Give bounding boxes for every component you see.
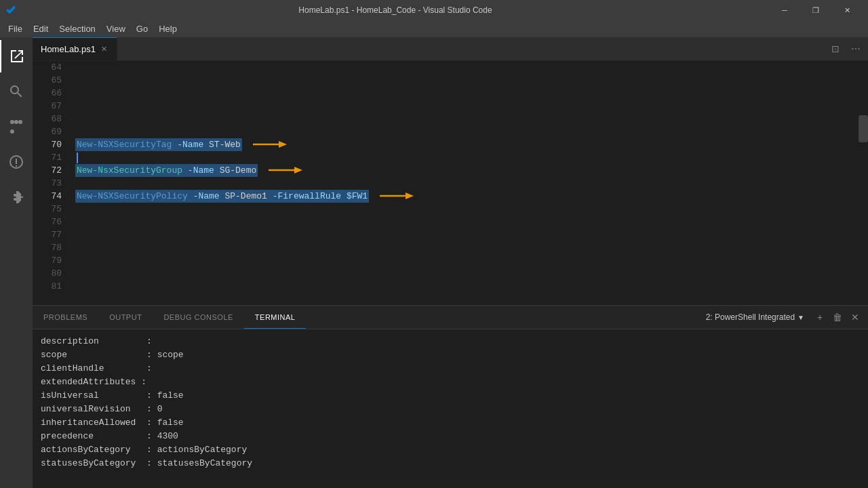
kill-terminal-button[interactable]: 🗑 <box>830 310 845 325</box>
term-line-statusesbycategory: statusesByCategory : statusesByCategory <box>41 457 860 470</box>
menu-go[interactable]: Go <box>131 20 153 37</box>
terminal-name: 2: PowerShell Integrated <box>706 312 795 322</box>
source-control-activity-icon[interactable] <box>0 110 33 143</box>
code-line-73 <box>75 177 859 190</box>
term-line-scope: scope : scope <box>41 348 860 362</box>
code-line-67 <box>75 100 859 113</box>
close-button[interactable]: ✕ <box>831 0 863 20</box>
svg-marker-3 <box>294 167 302 174</box>
code-area: New-NSXSecurityTag -Name ST-Web <box>70 61 859 305</box>
code-line-78 <box>75 241 859 254</box>
tab-close-button[interactable]: ✕ <box>100 43 108 55</box>
term-line-inheritanceallowed: inheritanceAllowed : false <box>41 416 860 430</box>
code-line-77 <box>75 228 859 241</box>
search-activity-icon[interactable] <box>0 75 33 108</box>
terminal-dropdown-icon: ▼ <box>797 314 804 321</box>
code-line-71 <box>75 151 859 164</box>
code-line-69 <box>75 125 859 138</box>
editor-content: 64 65 66 67 68 69 70 71 72 73 74 75 76 7… <box>33 61 868 305</box>
close-panel-button[interactable]: ✕ <box>848 310 863 325</box>
debug-activity-icon[interactable] <box>0 146 33 178</box>
svg-marker-5 <box>406 192 414 199</box>
code-line-81 <box>75 280 859 293</box>
explorer-activity-icon[interactable] <box>0 40 33 73</box>
editor-scrollbar[interactable] <box>859 61 868 305</box>
arrow-70 <box>253 138 287 151</box>
maximize-button[interactable]: ❐ <box>800 0 831 20</box>
term-line-description: description : <box>41 335 860 348</box>
code-line-75 <box>75 203 859 216</box>
code-line-79 <box>75 254 859 267</box>
term-line-universalrevision: universalRevision : 0 <box>41 403 860 416</box>
window-controls: ─ ❐ ✕ <box>769 0 863 20</box>
term-line-actionsbycategory: actionsByCategory : actionsByCategory <box>41 443 860 457</box>
panel-tab-terminal[interactable]: TERMINAL <box>244 306 307 329</box>
activity-bar <box>0 37 33 488</box>
menu-view[interactable]: View <box>101 20 131 37</box>
code-line-74: New-NSXSecurityPolicy -Name SP-Demo1 -Fi… <box>75 190 859 203</box>
split-editor-button[interactable]: ⊡ <box>826 39 845 58</box>
code-line-76 <box>75 216 859 228</box>
new-terminal-button[interactable]: + <box>812 310 827 325</box>
arrow-72 <box>269 164 302 177</box>
code-line-66 <box>75 87 859 100</box>
panel-actions: 2: PowerShell Integrated ▼ + 🗑 ✕ <box>701 306 868 329</box>
code-line-70: New-NSXSecurityTag -Name ST-Web <box>75 138 859 151</box>
menu-help[interactable]: Help <box>153 20 182 37</box>
terminal-selector[interactable]: 2: PowerShell Integrated ▼ <box>701 312 810 322</box>
code-line-64 <box>75 61 859 74</box>
window-title: HomeLab.ps1 - HomeLab_Code - Visual Stud… <box>22 5 769 15</box>
tab-bar: HomeLab.ps1 ✕ ⊡ ⋯ <box>33 37 868 61</box>
menu-file[interactable]: File <box>3 20 28 37</box>
code-line-72: New-NsxSecurityGroup -Name SG-Demo <box>75 164 859 177</box>
extensions-activity-icon[interactable] <box>0 181 33 214</box>
term-line-clienthandle: clientHandle : <box>41 362 860 375</box>
panel-tabs: PROBLEMS OUTPUT DEBUG CONSOLE TERMINAL 2… <box>33 306 868 329</box>
term-line-empty <box>41 470 860 484</box>
term-line-extendedattributes: extendedAttributes : <box>41 375 860 389</box>
app-icon <box>5 5 16 16</box>
titlebar: HomeLab.ps1 - HomeLab_Code - Visual Stud… <box>0 0 868 20</box>
term-line-precedence: precedence : 4300 <box>41 430 860 443</box>
menu-selection[interactable]: Selection <box>54 20 100 37</box>
term-line-isuniversal: isUniversal : false <box>41 389 860 403</box>
code-line-65 <box>75 74 859 87</box>
editor-area: HomeLab.ps1 ✕ ⊡ ⋯ 64 65 66 67 68 69 70 <box>33 37 868 488</box>
minimize-button[interactable]: ─ <box>769 0 800 20</box>
svg-marker-1 <box>279 141 287 148</box>
tab-actions: ⊡ ⋯ <box>826 37 868 60</box>
line-numbers: 64 65 66 67 68 69 70 71 72 73 74 75 76 7… <box>33 61 70 305</box>
code-line-80 <box>75 267 859 280</box>
panel-tab-problems[interactable]: PROBLEMS <box>33 306 98 329</box>
app-container: HomeLab.ps1 ✕ ⊡ ⋯ 64 65 66 67 68 69 70 <box>0 37 868 488</box>
panel: PROBLEMS OUTPUT DEBUG CONSOLE TERMINAL 2… <box>33 305 868 488</box>
panel-tab-debug-console[interactable]: DEBUG CONSOLE <box>153 306 243 329</box>
menu-edit[interactable]: Edit <box>28 20 54 37</box>
panel-tab-output[interactable]: OUTPUT <box>98 306 153 329</box>
tab-homelab-ps1[interactable]: HomeLab.ps1 ✕ <box>33 37 117 60</box>
arrow-74 <box>380 190 414 203</box>
menubar: File Edit Selection View Go Help <box>0 20 868 37</box>
code-line-68 <box>75 113 859 125</box>
terminal-content: description : scope : scope clientHandle… <box>33 329 868 488</box>
tab-label: HomeLab.ps1 <box>41 44 96 54</box>
more-actions-button[interactable]: ⋯ <box>846 39 865 58</box>
